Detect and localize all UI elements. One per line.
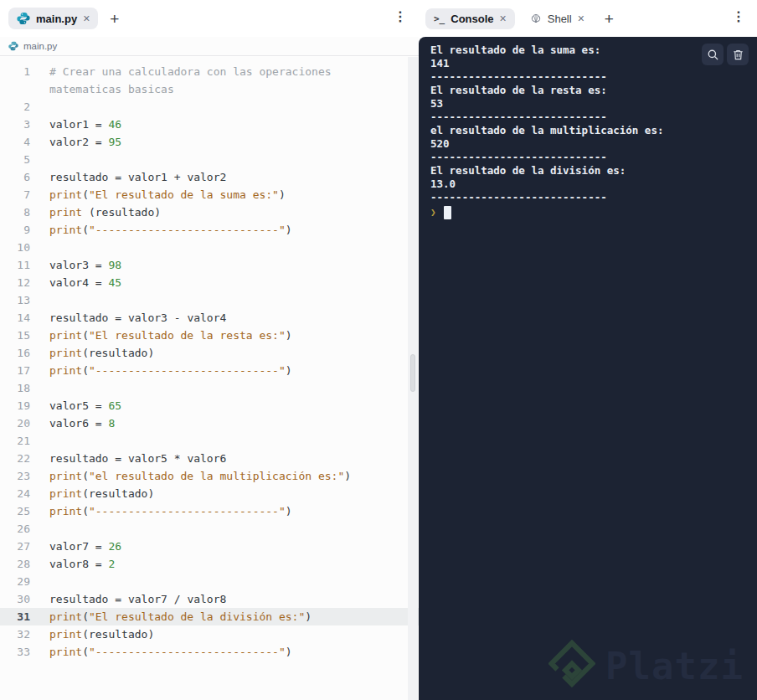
trash-icon bbox=[732, 49, 744, 61]
search-icon bbox=[707, 49, 719, 61]
code-text bbox=[49, 379, 384, 397]
code-line[interactable]: 26 bbox=[0, 520, 419, 538]
code-text bbox=[49, 291, 384, 309]
platzi-watermark: Platzi bbox=[548, 640, 744, 693]
code-line[interactable]: 28valor8 = 2 bbox=[0, 555, 419, 573]
code-line[interactable]: 6resultado = valor1 + valor2 bbox=[0, 168, 419, 186]
line-number: 19 bbox=[0, 397, 30, 414]
ide-window: main.py × + ⋮ main.py 1# Crear una calcu… bbox=[0, 0, 757, 700]
code-text: valor1 = 46 bbox=[49, 116, 384, 133]
code-text: print("----------------------------") bbox=[49, 221, 384, 239]
line-number: 26 bbox=[0, 520, 30, 538]
code-line[interactable]: 24print(resultado) bbox=[0, 485, 419, 502]
new-console-tab-button[interactable]: + bbox=[605, 11, 614, 27]
tab-label: Console bbox=[451, 13, 493, 25]
line-number: 23 bbox=[0, 467, 30, 485]
line-number: 25 bbox=[0, 502, 30, 520]
new-tab-button[interactable]: + bbox=[110, 11, 119, 27]
code-line[interactable]: 8print (resultado) bbox=[0, 203, 419, 221]
code-line[interactable]: 15print("El resultado de la resta es:") bbox=[0, 327, 419, 344]
code-line[interactable]: 18 bbox=[0, 379, 419, 397]
line-number: 29 bbox=[0, 573, 30, 590]
code-line[interactable]: 1# Crear una calculadora con las operaci… bbox=[0, 63, 419, 98]
code-text bbox=[49, 239, 384, 256]
console-line: 520 bbox=[430, 137, 757, 151]
code-text: print("El resultado de la suma es:") bbox=[49, 186, 384, 203]
code-line[interactable]: 11valor3 = 98 bbox=[0, 256, 419, 274]
code-text: valor5 = 65 bbox=[49, 397, 384, 414]
code-line[interactable]: 7print("El resultado de la suma es:") bbox=[0, 186, 419, 203]
code-line[interactable]: 33print("----------------------------") bbox=[0, 643, 419, 661]
console-tabbar: >_ Console × Shell × + ⋮ bbox=[419, 0, 757, 37]
breadcrumb[interactable]: main.py bbox=[0, 37, 419, 56]
python-icon bbox=[17, 12, 30, 25]
line-number: 12 bbox=[0, 274, 30, 291]
close-icon[interactable]: × bbox=[500, 13, 507, 24]
code-line[interactable]: 16print(resultado) bbox=[0, 344, 419, 362]
code-line[interactable]: 10 bbox=[0, 239, 419, 256]
editor-menu-button[interactable]: ⋮ bbox=[394, 10, 407, 23]
code-line[interactable]: 25print("----------------------------") bbox=[0, 502, 419, 520]
console-prompt-row[interactable]: ❯ bbox=[430, 205, 757, 220]
line-number: 18 bbox=[0, 379, 30, 397]
console-line: ---------------------------- bbox=[430, 191, 757, 204]
code-text: valor4 = 45 bbox=[49, 274, 384, 291]
console-lines: El resultado de la suma es:141----------… bbox=[430, 44, 757, 204]
line-number: 4 bbox=[0, 133, 30, 151]
code-line[interactable]: 14resultado = valor3 - valor4 bbox=[0, 309, 419, 327]
console-line: 13.0 bbox=[430, 178, 757, 191]
prompt-icon: ❯ bbox=[430, 206, 436, 219]
code-line[interactable]: 2 bbox=[0, 98, 419, 116]
line-number: 27 bbox=[0, 538, 30, 555]
code-line[interactable]: 22resultado = valor5 * valor6 bbox=[0, 450, 419, 467]
code-line[interactable]: 23print("el resultado de la multiplicaci… bbox=[0, 467, 419, 485]
console-line: El resultado de la resta es: bbox=[430, 84, 757, 97]
platzi-logo-icon bbox=[548, 640, 595, 693]
code-line[interactable]: 12valor4 = 45 bbox=[0, 274, 419, 291]
console-line: 53 bbox=[430, 97, 757, 111]
clear-console-button[interactable] bbox=[727, 44, 749, 65]
code-text: print("----------------------------") bbox=[49, 362, 384, 379]
editor-scrollbar[interactable] bbox=[408, 57, 418, 700]
code-text: resultado = valor1 + valor2 bbox=[49, 168, 384, 186]
code-line[interactable]: 13 bbox=[0, 291, 419, 309]
code-line[interactable]: 3valor1 = 46 bbox=[0, 116, 419, 133]
console-line: el resultado de la multiplicación es: bbox=[430, 124, 757, 137]
code-text bbox=[49, 151, 384, 168]
close-icon[interactable]: × bbox=[578, 13, 584, 24]
line-number: 9 bbox=[0, 221, 30, 239]
search-button[interactable] bbox=[702, 44, 724, 65]
line-number: 20 bbox=[0, 414, 30, 432]
code-lines: 1# Crear una calculadora con las operaci… bbox=[0, 63, 419, 661]
code-line[interactable]: 30resultado = valor7 / valor8 bbox=[0, 590, 419, 608]
code-text: resultado = valor7 / valor8 bbox=[49, 590, 384, 608]
console-line: ---------------------------- bbox=[430, 151, 757, 164]
code-line[interactable]: 19valor5 = 65 bbox=[0, 397, 419, 414]
code-line[interactable]: 9print("----------------------------") bbox=[0, 221, 419, 239]
code-line[interactable]: 20valor6 = 8 bbox=[0, 414, 419, 432]
code-line[interactable]: 17print("----------------------------") bbox=[0, 362, 419, 379]
tab-shell[interactable]: Shell × bbox=[522, 8, 593, 29]
code-line[interactable]: 31print("El resultado de la división es:… bbox=[0, 608, 419, 625]
close-icon[interactable]: × bbox=[83, 13, 90, 24]
console-line: ---------------------------- bbox=[430, 70, 757, 84]
code-text: print("El resultado de la resta es:") bbox=[49, 327, 384, 344]
code-text: print("El resultado de la división es:") bbox=[49, 608, 384, 625]
code-line[interactable]: 32print(resultado) bbox=[0, 625, 419, 643]
code-text: print(resultado) bbox=[49, 344, 384, 362]
tab-console[interactable]: >_ Console × bbox=[425, 8, 515, 29]
code-line[interactable]: 4valor2 = 95 bbox=[0, 133, 419, 151]
code-line[interactable]: 21 bbox=[0, 432, 419, 450]
console-menu-button[interactable]: ⋮ bbox=[732, 10, 745, 23]
code-text bbox=[49, 98, 384, 116]
scrollbar-thumb[interactable] bbox=[410, 354, 415, 392]
console-output[interactable]: El resultado de la suma es:141----------… bbox=[419, 37, 757, 700]
line-number: 8 bbox=[0, 203, 30, 221]
code-line[interactable]: 29 bbox=[0, 573, 419, 590]
code-line[interactable]: 5 bbox=[0, 151, 419, 168]
code-editor[interactable]: 1# Crear una calculadora con las operaci… bbox=[0, 57, 419, 700]
code-text: valor7 = 26 bbox=[49, 538, 384, 555]
tab-main-py[interactable]: main.py × bbox=[8, 8, 98, 29]
code-line[interactable]: 27valor7 = 26 bbox=[0, 538, 419, 555]
line-number: 3 bbox=[0, 116, 30, 133]
